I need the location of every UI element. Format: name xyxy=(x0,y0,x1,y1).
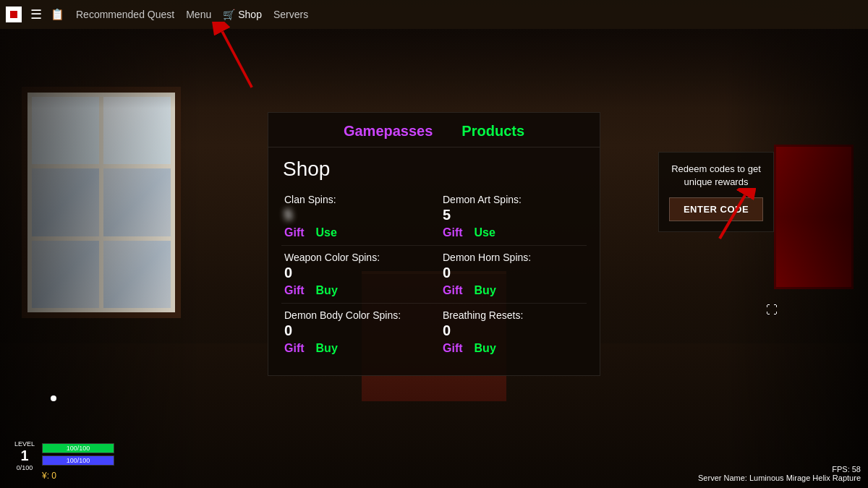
weapon-color-spins-item: Weapon Color Spins: 0 Gift Buy xyxy=(276,246,434,303)
shop-nav-label: Shop xyxy=(238,9,262,20)
clan-spins-count: 5 xyxy=(284,207,292,223)
topbar: ☰ 📋 Recommended Quest Menu 🛒 Shop Server… xyxy=(0,0,868,29)
window-left xyxy=(22,87,181,318)
cart-icon: 🛒 xyxy=(223,9,235,20)
roblox-logo[interactable] xyxy=(6,7,22,22)
topbar-nav: Recommended Quest Menu 🛒 Shop Servers xyxy=(76,9,308,20)
clan-spins-label: Clan Spins: xyxy=(284,194,425,205)
weapon-color-spins-buy-button[interactable]: Buy xyxy=(316,284,338,297)
clan-spins-gift-button[interactable]: Gift xyxy=(284,226,305,239)
demon-horn-spins-gift-button[interactable]: Gift xyxy=(443,284,463,297)
demon-body-color-spins-label: Demon Body Color Spins: xyxy=(284,309,425,321)
stat-bars: 100/100 100/100 ¥: 0 xyxy=(42,443,114,481)
window-pane xyxy=(103,97,171,164)
breathing-resets-item: Breathing Resets: 0 Gift Buy xyxy=(434,304,592,361)
list-icon[interactable]: 📋 xyxy=(51,8,64,21)
breathing-resets-buy-button[interactable]: Buy xyxy=(475,342,496,355)
demon-art-spins-count: 5 xyxy=(443,207,451,223)
demon-art-spins-gift-button[interactable]: Gift xyxy=(443,226,463,239)
server-name-display: Server Name: Luminous Mirage Helix Raptu… xyxy=(698,474,861,482)
window-pane xyxy=(103,241,171,308)
weapon-color-spins-gift-button[interactable]: Gift xyxy=(284,284,305,297)
level-label: LEVEL xyxy=(14,440,35,448)
currency-display: ¥: 0 xyxy=(42,471,114,481)
fps-display: FPS: 58 xyxy=(698,465,861,474)
servers-nav[interactable]: Servers xyxy=(273,9,308,20)
demon-horn-spins-label: Demon Horn Spins: xyxy=(443,252,584,263)
clan-spins-item: Clan Spins: 5 Gift Use xyxy=(276,188,434,245)
shop-title: Shop xyxy=(268,147,600,188)
demon-body-color-spins-item: Demon Body Color Spins: 0 Gift Buy xyxy=(276,304,434,361)
menu-nav[interactable]: Menu xyxy=(186,9,211,20)
demon-body-color-spins-gift-button[interactable]: Gift xyxy=(284,342,305,355)
expand-icon[interactable]: ⛶ xyxy=(766,304,778,317)
demon-art-spins-label: Demon Art Spins: xyxy=(443,194,584,205)
shop-items-grid: Clan Spins: 5 Gift Use Demon Art Spins: … xyxy=(268,188,600,361)
clan-spins-use-button[interactable]: Use xyxy=(316,226,337,239)
recommended-quest-nav[interactable]: Recommended Quest xyxy=(76,9,174,20)
window-pane xyxy=(32,168,99,236)
redeem-description: Redeem codes to get unique rewards xyxy=(669,163,763,189)
demon-art-spins-item: Demon Art Spins: 5 Gift Use xyxy=(434,188,592,245)
demon-horn-spins-count: 0 xyxy=(443,265,451,281)
stamina-bar-text: 100/100 xyxy=(67,457,90,464)
tab-gamepasses[interactable]: Gamepasses xyxy=(344,123,433,140)
svg-rect-1 xyxy=(10,11,17,18)
shop-nav[interactable]: 🛒 Shop xyxy=(223,9,262,20)
tab-products[interactable]: Products xyxy=(461,123,524,140)
hamburger-menu-icon[interactable]: ☰ xyxy=(30,7,42,22)
demon-horn-spins-buy-button[interactable]: Buy xyxy=(475,284,496,297)
redeem-panel: Redeem codes to get unique rewards ENTER… xyxy=(658,152,774,232)
window-pane xyxy=(32,97,99,164)
window-pane xyxy=(103,168,171,236)
weapon-color-spins-count: 0 xyxy=(284,265,292,281)
level-box: LEVEL 1 0/100 xyxy=(14,440,35,471)
breathing-resets-gift-button[interactable]: Gift xyxy=(443,342,463,355)
demon-body-color-spins-buy-button[interactable]: Buy xyxy=(316,342,338,355)
demon-art-spins-use-button[interactable]: Use xyxy=(475,226,495,239)
stamina-bar-container: 100/100 xyxy=(42,455,114,466)
demon-body-color-spins-count: 0 xyxy=(284,322,292,339)
decorative-red-panel xyxy=(774,145,854,289)
weapon-color-spins-label: Weapon Color Spins: xyxy=(284,252,425,263)
bottom-hud: LEVEL 1 0/100 100/100 100/100 ¥: 0 xyxy=(14,440,114,481)
hp-bar-container: 100/100 xyxy=(42,443,114,453)
bottom-right-info: FPS: 58 Server Name: Luminous Mirage Hel… xyxy=(698,465,861,482)
xp-value: 0/100 xyxy=(14,464,35,471)
breathing-resets-label: Breathing Resets: xyxy=(443,309,584,321)
level-number: 1 xyxy=(14,448,35,464)
shop-panel: Gamepasses Products Shop Clan Spins: 5 G… xyxy=(268,112,600,376)
tab-bar: Gamepasses Products xyxy=(268,113,600,147)
demon-horn-spins-item: Demon Horn Spins: 0 Gift Buy xyxy=(434,246,592,303)
breathing-resets-count: 0 xyxy=(443,322,451,339)
enter-code-button[interactable]: ENTER CODE xyxy=(669,197,763,221)
hp-bar-text: 100/100 xyxy=(67,445,90,452)
white-dot-indicator xyxy=(51,395,56,401)
window-pane xyxy=(32,241,99,308)
